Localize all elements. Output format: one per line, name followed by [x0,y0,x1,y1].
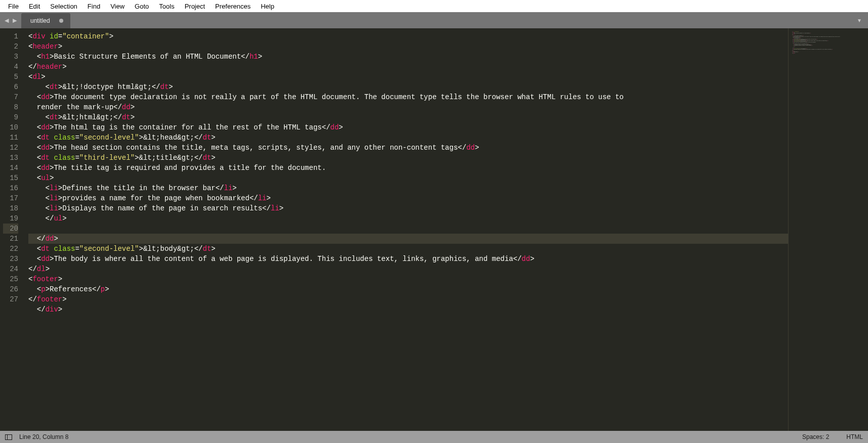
line-number: 7 [3,92,18,102]
line-number: 4 [3,62,18,72]
code-line[interactable]: <dt>&lt;!doctype html&gt;</dt> [28,82,788,92]
code-line[interactable]: <ul> [28,173,788,183]
line-number: 24 [3,264,18,274]
code-line[interactable]: </ul> [28,213,788,224]
tab-title: untitled [30,17,50,24]
code-line[interactable] [28,224,788,234]
editor: 1234567891011121314151617181920212223242… [0,28,868,431]
code-line[interactable]: <div id="container"> [28,31,788,41]
cursor-position[interactable]: Line 20, Column 8 [19,433,68,440]
line-number: 16 [3,183,18,193]
code-line[interactable]: <dd>The body is where all the content of… [28,254,788,264]
line-number: 18 [3,203,18,213]
code-line[interactable]: <li>Displays the name of the page in sea… [28,203,788,213]
menu-edit[interactable]: Edit [24,1,45,12]
code-line[interactable]: <header> [28,41,788,52]
menu-selection[interactable]: Selection [45,1,82,12]
line-number: 22 [3,244,18,254]
code-line[interactable]: <footer> [28,274,788,284]
menu-goto[interactable]: Goto [130,1,154,12]
tab-nav-arrows: ◀ ▶ [0,12,21,28]
code-line[interactable]: render the mark-up</dd> [28,102,788,112]
line-number: 8 [3,102,18,112]
code-line[interactable]: <li>Defines the title in the browser bar… [28,183,788,193]
menu-tools[interactable]: Tools [154,1,179,12]
code-line[interactable]: <dl> [28,72,788,82]
tab-dropdown-icon[interactable]: ▼ [851,12,868,28]
code-line[interactable]: <dt class="second-level">&lt;body&gt;</d… [28,244,788,254]
code-line[interactable]: <dt>&lt;html&gt;</dt> [28,112,788,122]
menu-bar: FileEditSelectionFindViewGotoToolsProjec… [0,0,868,12]
code-line[interactable]: <li>provides a name for the page when bo… [28,193,788,203]
code-line[interactable]: <dt class="second-level">&lt;head&gt;</d… [28,132,788,143]
menu-preferences[interactable]: Preferences [210,1,256,12]
line-number: 17 [3,193,18,203]
line-number: 2 [3,41,18,52]
line-number: 6 [3,82,18,92]
line-number: 10 [3,122,18,132]
line-number: 12 [3,143,18,153]
menu-file[interactable]: File [3,1,24,12]
code-line[interactable]: </dd> [28,234,788,244]
line-number: 20 [3,224,18,234]
line-number: 21 [3,234,18,244]
code-line[interactable]: <dd>The head section contains the title,… [28,143,788,153]
menu-find[interactable]: Find [82,1,105,12]
code-line[interactable]: </dl> [28,264,788,274]
file-tab[interactable]: untitled [21,13,70,28]
menu-project[interactable]: Project [180,1,210,12]
menu-view[interactable]: View [105,1,130,12]
code-line[interactable]: <dd>The html tag is the container for al… [28,122,788,132]
unsaved-dot-icon [59,19,63,23]
panel-icon[interactable] [5,434,12,440]
nav-forward-icon[interactable]: ▶ [11,17,18,24]
code-line[interactable]: </div> [28,304,788,315]
line-number: 14 [3,163,18,173]
line-number: 19 [3,213,18,224]
line-number: 9 [3,112,18,122]
line-number: 15 [3,173,18,183]
line-number: 13 [3,153,18,163]
line-number: 27 [3,294,18,304]
tab-bar: ◀ ▶ untitled ▼ [0,12,868,28]
line-number: 11 [3,132,18,143]
status-bar: Line 20, Column 8 Spaces: 2 HTML [0,431,868,443]
line-number-gutter[interactable]: 1234567891011121314151617181920212223242… [0,28,23,431]
line-number: 23 [3,254,18,264]
syntax-language[interactable]: HTML [846,433,863,440]
code-area[interactable]: <div id="container"><header> <h1>Basic S… [23,28,788,431]
line-number: 25 [3,274,18,284]
menu-help[interactable]: Help [256,1,279,12]
line-number: 26 [3,284,18,294]
code-line[interactable]: </header> [28,62,788,72]
line-number: 5 [3,72,18,82]
line-number: 1 [3,31,18,41]
code-line[interactable]: <p>References</p> [28,284,788,294]
code-line[interactable]: <h1>Basic Structure Elements of an HTML … [28,52,788,62]
line-number: 3 [3,52,18,62]
code-line[interactable]: <dt class="third-level">&lt;title&gt;</d… [28,153,788,163]
code-line[interactable]: <dd>The title tag is required and provid… [28,163,788,173]
nav-back-icon[interactable]: ◀ [3,17,10,24]
code-line[interactable]: </footer> [28,294,788,304]
indent-setting[interactable]: Spaces: 2 [802,433,829,440]
code-line[interactable]: <dd>The document type declaration is not… [28,92,788,102]
minimap[interactable]: <div id="container"><header> <h1>Basic S… [788,28,868,431]
